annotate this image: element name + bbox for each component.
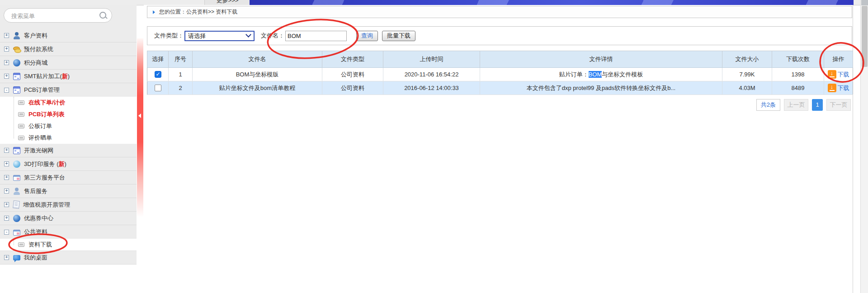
sidebar-item-points-mall[interactable]: + 积分商城: [0, 56, 137, 70]
files-table: 选择 序号 文件名 文件类型 上传时间 文件详情 文件大小 下载次数 操作 1 …: [147, 51, 853, 95]
file-type-label: 文件类型：: [154, 32, 184, 40]
expand-icon[interactable]: +: [4, 148, 9, 153]
public-docs-submenu: 资料下载: [0, 239, 137, 251]
points-mall-icon: [13, 59, 20, 66]
submenu-icon: [18, 136, 24, 140]
sidebar-item-public-docs[interactable]: - 公共资料: [0, 225, 137, 239]
filter-bar: 文件类型： 请选择 文件名： 查询 批量下载: [147, 26, 852, 45]
expand-icon[interactable]: +: [4, 175, 9, 180]
current-page[interactable]: 1: [812, 99, 823, 111]
sidebar-collapse-handle[interactable]: [137, 38, 143, 217]
file-type-select[interactable]: 请选择: [184, 31, 255, 41]
row-index: 1: [169, 68, 193, 81]
menu-search: [0, 5, 137, 29]
desktop-icon: [13, 255, 20, 260]
collapse-arrow-icon: [138, 113, 141, 118]
sidebar-item-third-party[interactable]: + 第三方服务平台: [0, 171, 137, 184]
expand-icon[interactable]: +: [4, 60, 9, 65]
download-icon: [828, 84, 836, 92]
sidebar-item-customer-data[interactable]: + 客户资料: [0, 29, 137, 43]
expand-icon[interactable]: +: [4, 161, 9, 166]
file-name-input[interactable]: [285, 31, 347, 41]
third-party-icon: [13, 175, 20, 181]
query-button[interactable]: 查询: [356, 31, 378, 41]
sidebar-item-review-order[interactable]: 评价晒单: [0, 132, 137, 144]
laser-stencil-icon: [13, 147, 20, 154]
pcb-orders-submenu: 在线下单/计价 PCB订单列表 公板订单 评价晒单: [0, 97, 137, 144]
expand-icon[interactable]: +: [4, 255, 9, 260]
total-count: 共2条: [756, 99, 780, 111]
collapse-icon[interactable]: -: [4, 230, 9, 235]
file-type-select-wrap: 请选择: [184, 31, 255, 41]
pcb-order-icon: [13, 86, 20, 94]
sidebar-item-docs-download[interactable]: 资料下载: [0, 239, 137, 250]
file-detail-cell: 贴片订单：BOM与坐标文件模板: [480, 68, 722, 81]
download-count-cell: 8489: [772, 81, 824, 95]
download-icon: [828, 70, 836, 79]
col-file-type: 文件类型: [322, 51, 383, 68]
file-size-cell: 4.03M: [722, 81, 772, 95]
download-button[interactable]: 下载: [825, 84, 852, 92]
menu-search-input[interactable]: [10, 10, 94, 21]
sidebar-item-pcb-orders[interactable]: - PCB订单管理: [0, 83, 137, 97]
customer-icon: [13, 32, 20, 39]
col-select: 选择: [147, 51, 169, 68]
search-icon[interactable]: [99, 12, 106, 19]
next-page-button[interactable]: 下一页: [826, 99, 851, 111]
sidebar-item-3d-print[interactable]: + 3D打印服务 (新): [0, 157, 137, 171]
breadcrumb-arrow-icon: [153, 10, 155, 14]
expand-icon[interactable]: +: [4, 74, 9, 79]
menu-search-box[interactable]: [4, 8, 112, 23]
sidebar-item-laser-stencil[interactable]: + 开激光钢网: [0, 144, 137, 157]
sidebar-item-prepayment[interactable]: + 预付款系统: [0, 43, 137, 56]
scrollbar-thumb[interactable]: [862, 6, 868, 67]
page: 更多>>> + 客户资料 + 预付款系统 +: [0, 0, 868, 293]
download-button[interactable]: 下载: [825, 70, 852, 79]
expand-icon[interactable]: +: [4, 202, 9, 207]
collapse-icon[interactable]: -: [4, 88, 9, 93]
page-scrollbar[interactable]: [860, 0, 868, 293]
download-count-cell: 1398: [772, 68, 824, 81]
sidebar-item-coupon[interactable]: + 优惠券中心: [0, 212, 137, 225]
upload-time-cell: 2016-06-12 14:00:33: [383, 81, 480, 95]
file-size-cell: 7.99K: [722, 68, 772, 81]
sidebar-item-my-desktop[interactable]: + 我的桌面: [0, 251, 137, 265]
submenu-icon: [18, 100, 24, 105]
table-row: 2 贴片坐标文件及bom清单教程 公司资料 2016-06-12 14:00:3…: [147, 81, 853, 95]
sidebar-item-pcb-order-list[interactable]: PCB订单列表: [0, 109, 137, 120]
sidebar-mid-segment: + 开激光钢网 + 3D打印服务 (新) + 第三方服务平台 + 售后服务 +: [0, 144, 137, 239]
expand-icon[interactable]: +: [4, 189, 9, 194]
pagination: 共2条 上一页 1 下一页: [756, 99, 851, 111]
sidebar-bottom-segment: + 我的桌面: [0, 251, 137, 265]
row-checkbox[interactable]: [155, 85, 161, 91]
file-name-cell: 贴片坐标文件及bom清单教程: [193, 81, 322, 95]
highlighted-text: BOM: [589, 71, 602, 78]
public-docs-icon: [13, 230, 20, 236]
col-download-count: 下载次数: [772, 51, 824, 68]
col-action: 操作: [824, 51, 853, 68]
sidebar-item-online-order[interactable]: 在线下单/计价: [0, 97, 137, 109]
row-index: 2: [169, 81, 193, 95]
expand-icon[interactable]: +: [4, 47, 9, 52]
submenu-icon: [18, 242, 24, 247]
sidebar-item-public-board-order[interactable]: 公板订单: [0, 120, 137, 132]
col-index: 序号: [169, 51, 193, 68]
expand-icon[interactable]: +: [4, 216, 9, 221]
breadcrumb-text: 您的位置：公共资料>> 资料下载: [159, 8, 237, 16]
file-detail-cell: 本文件包含了dxp protel99 及pads软件转换坐标文件及b...: [480, 81, 722, 95]
file-name-label: 文件名：: [261, 32, 284, 40]
row-checkbox[interactable]: [155, 71, 161, 78]
prev-page-button[interactable]: 上一页: [784, 99, 808, 111]
breadcrumb: 您的位置：公共资料>> 资料下载: [147, 6, 852, 18]
batch-download-button[interactable]: 批量下载: [382, 31, 415, 41]
sidebar-item-smt[interactable]: + SMT贴片加工( 新): [0, 70, 137, 83]
col-upload-time: 上传时间: [383, 51, 480, 68]
action-cell: 下载: [824, 68, 853, 81]
sidebar-item-invoice[interactable]: + 增值税票开票管理: [0, 198, 137, 212]
expand-icon[interactable]: +: [4, 33, 9, 38]
table-header-row: 选择 序号 文件名 文件类型 上传时间 文件详情 文件大小 下载次数 操作: [147, 51, 853, 68]
invoice-icon: [13, 200, 20, 208]
col-file-name: 文件名: [193, 51, 322, 68]
after-sales-icon: [13, 188, 20, 195]
sidebar-item-after-sales[interactable]: + 售后服务: [0, 184, 137, 198]
